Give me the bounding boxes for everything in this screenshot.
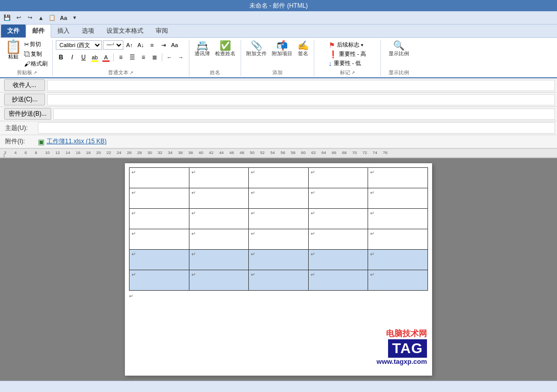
bold-button[interactable]: B xyxy=(56,52,66,62)
underline-button[interactable]: U xyxy=(78,52,89,62)
table-cell[interactable]: ↵ xyxy=(308,229,368,250)
table-cell[interactable]: ↵ xyxy=(249,270,309,291)
table-cell[interactable]: ↵ xyxy=(189,229,249,250)
align-center-btn[interactable]: ☰ xyxy=(127,52,137,62)
clipboard-qa-btn[interactable]: 📋 xyxy=(47,13,57,23)
tab-options[interactable]: 选项 xyxy=(76,25,100,37)
attachment-row: 附件(I): ▣ 工作簿11.xlsx (15 KB) xyxy=(0,135,557,148)
align-right-btn[interactable]: ≡ xyxy=(138,52,148,62)
justify-btn[interactable]: ≣ xyxy=(149,52,160,62)
ltr-btn[interactable]: → xyxy=(176,52,186,62)
addressbook-label: 通讯簿 xyxy=(195,50,210,57)
followup-button[interactable]: ⚑ 后续标志 ▾ xyxy=(329,41,363,49)
cut-label: 剪切 xyxy=(30,40,41,48)
svg-text:8: 8 xyxy=(35,150,37,155)
table-cell[interactable]: ↵ xyxy=(308,188,368,209)
shrink-font-btn[interactable]: A↓ xyxy=(136,40,146,50)
table-cell[interactable]: ↵ xyxy=(308,270,368,291)
grow-font-btn[interactable]: A↑ xyxy=(124,40,135,50)
tab-format[interactable]: 设置文本格式 xyxy=(100,25,149,37)
align-left-btn[interactable]: ≡ xyxy=(116,52,126,62)
indent-btn[interactable]: ⇥ xyxy=(158,40,168,50)
cc-button[interactable]: 抄送(C)... xyxy=(4,94,45,105)
bcc-input[interactable] xyxy=(53,108,555,120)
checknames-label: 检查姓名 xyxy=(215,50,235,57)
cut-button[interactable]: ✂ 剪切 xyxy=(23,40,49,49)
tab-file[interactable]: 文件 xyxy=(1,25,26,37)
formatbrush-button[interactable]: 🖌 格式刷 xyxy=(23,59,49,68)
to-row: 收件人... xyxy=(0,78,557,93)
table-cell[interactable]: ↵ xyxy=(130,270,189,291)
ruler-svg: 2 4 6 8 10 12 14 16 18 20 22 24 26 28 30… xyxy=(0,149,557,158)
table-cell[interactable]: ↵ xyxy=(368,250,428,270)
table-cell[interactable]: ↵ xyxy=(368,209,428,229)
table-cell[interactable]: ↵ xyxy=(189,209,249,229)
bcc-button[interactable]: 密件抄送(B)... xyxy=(4,108,51,120)
list-btn[interactable]: ≡ xyxy=(147,40,157,50)
tab-insert[interactable]: 插入 xyxy=(51,25,76,37)
attach-file-button[interactable]: 📎 附加文件 xyxy=(244,40,269,58)
zoom-button[interactable]: 🔍 显示比例 xyxy=(387,40,411,58)
svg-text:22: 22 xyxy=(106,150,111,155)
tags-expand-arrow[interactable]: ↗ xyxy=(351,70,355,75)
font-size-select[interactable]: 一号 xyxy=(103,40,123,50)
after-table-paragraph: ↵ xyxy=(129,293,428,299)
table-cell[interactable]: ↵ xyxy=(249,168,309,188)
svg-text:38: 38 xyxy=(188,150,193,155)
subject-input[interactable] xyxy=(38,122,555,134)
redo-btn[interactable]: ↪ xyxy=(25,13,35,23)
signature-button[interactable]: ✍ 签名 xyxy=(295,40,311,58)
italic-button[interactable]: I xyxy=(67,52,77,62)
undo-btn[interactable]: ↩ xyxy=(13,13,24,23)
ruler: 2 4 6 8 10 12 14 16 18 20 22 24 26 28 30… xyxy=(0,149,557,158)
up-btn[interactable]: ▲ xyxy=(36,13,46,23)
table-cell[interactable]: ↵ xyxy=(368,188,428,209)
clipboard-expand-arrow[interactable]: ↗ xyxy=(33,70,37,75)
addressbook-button[interactable]: 📇 通讯簿 xyxy=(192,40,212,58)
tab-review[interactable]: 审阅 xyxy=(149,25,174,37)
formatbrush-label: 格式刷 xyxy=(31,60,48,68)
cc-input[interactable] xyxy=(47,94,555,105)
tab-mail[interactable]: 邮件 xyxy=(26,24,51,38)
font-color-btn[interactable]: A xyxy=(101,52,111,62)
important-low-button[interactable]: ↓ 重要性 - 低 xyxy=(329,59,361,68)
attach-item-button[interactable]: 📬 附加项目 xyxy=(270,40,294,58)
highlight-btn[interactable]: ab xyxy=(90,52,100,62)
attachment-filename[interactable]: 工作簿11.xlsx (15 KB) xyxy=(47,137,106,146)
table-cell[interactable]: ↵ xyxy=(130,209,189,229)
table-cell[interactable]: ↵ xyxy=(189,168,249,188)
document-scroll-area[interactable]: ↵ ↵ ↵ ↵ ↵ ↵ ↵ ↵ ↵ ↵ xyxy=(0,158,557,381)
table-cell[interactable]: ↵ xyxy=(308,209,368,229)
table-cell[interactable]: ↵ xyxy=(189,270,249,291)
font-aa-btn[interactable]: Aa xyxy=(58,13,69,23)
table-cell[interactable]: ↵ xyxy=(368,168,428,188)
dropdown-btn[interactable]: ▾ xyxy=(70,13,80,23)
font-name-select[interactable]: Calibri (西文 xyxy=(56,40,102,50)
checknames-button[interactable]: ✅ 检查姓名 xyxy=(213,40,238,58)
table-cell[interactable]: ↵ xyxy=(130,168,189,188)
clear-format-btn[interactable]: Aa xyxy=(169,40,180,50)
rtl-btn[interactable]: ← xyxy=(164,52,175,62)
copy-button[interactable]: ⿻ 复制 xyxy=(23,50,49,58)
table-cell[interactable]: ↵ xyxy=(249,209,309,229)
save-btn[interactable]: 💾 xyxy=(2,13,12,23)
svg-text:58: 58 xyxy=(291,150,295,155)
normaltext-expand-arrow[interactable]: ↗ xyxy=(130,70,134,75)
table-cell[interactable]: ↵ xyxy=(130,229,189,250)
table-cell[interactable]: ↵ xyxy=(130,188,189,209)
table-cell[interactable]: ↵ xyxy=(189,188,249,209)
table-cell[interactable]: ↵ xyxy=(249,250,309,270)
paste-button[interactable]: 📋 粘贴 xyxy=(5,40,22,60)
important-high-button[interactable]: ❗ 重要性 - 高 xyxy=(329,50,367,58)
table-cell[interactable]: ↵ xyxy=(249,188,309,209)
table-cell[interactable]: ↵ xyxy=(249,229,309,250)
table-cell[interactable]: ↵ xyxy=(308,250,368,270)
table-cell[interactable]: ↵ xyxy=(368,229,428,250)
table-cell[interactable]: ↵ xyxy=(308,168,368,188)
to-input[interactable] xyxy=(47,80,555,91)
table-cell[interactable]: ↵ xyxy=(189,250,249,270)
table-cell[interactable]: ↵ xyxy=(368,270,428,291)
document-page: ↵ ↵ ↵ ↵ ↵ ↵ ↵ ↵ ↵ ↵ xyxy=(125,163,432,376)
to-button[interactable]: 收件人... xyxy=(4,79,45,91)
table-cell[interactable]: ↵ xyxy=(130,250,189,270)
